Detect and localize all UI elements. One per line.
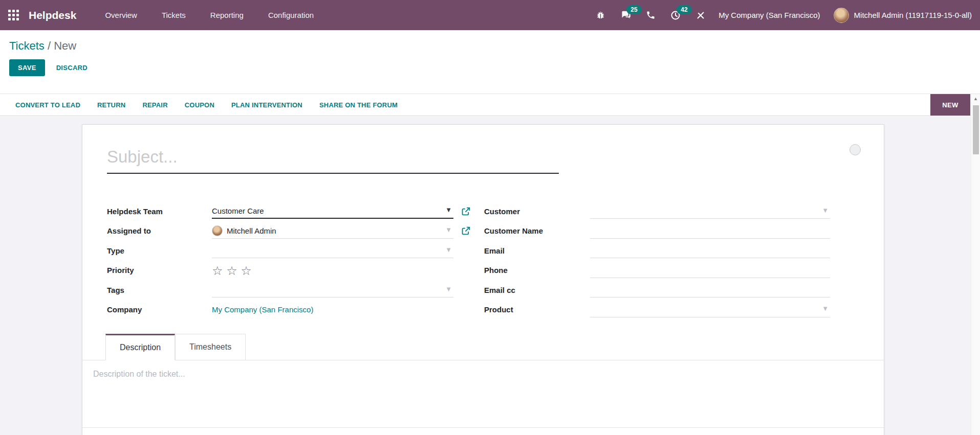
field-phone: Phone	[484, 261, 830, 281]
scrollbar-up-arrow[interactable]: ▲	[971, 94, 980, 103]
description-editor[interactable]: Description of the ticket...	[82, 360, 884, 428]
statusbar: CONVERT TO LEAD RETURN REPAIR COUPON PLA…	[0, 94, 980, 116]
email-label: Email	[484, 246, 590, 255]
phone-input[interactable]	[590, 263, 830, 278]
email-input[interactable]	[590, 243, 830, 258]
top-navbar: Helpdesk Overview Tickets Reporting Conf…	[0, 0, 980, 30]
type-label: Type	[107, 246, 212, 255]
product-dropdown-icon[interactable]: ▼	[822, 306, 829, 312]
share-on-forum-button[interactable]: SHARE ON THE FORUM	[319, 101, 398, 109]
customer-dropdown-icon[interactable]: ▼	[822, 207, 829, 214]
customer-name-label: Customer Name	[484, 226, 590, 235]
discard-button[interactable]: DISCARD	[56, 64, 88, 72]
plan-intervention-button[interactable]: PLAN INTERVENTION	[231, 101, 302, 109]
main-menu: Overview Tickets Reporting Configuration	[104, 1, 315, 30]
assignee-avatar	[212, 225, 223, 236]
fields-right-column: Customer ▼ Customer Name Email Phone	[484, 201, 830, 319]
field-customer-name: Customer Name	[484, 221, 830, 241]
priority-label: Priority	[107, 266, 212, 274]
assigned-to-dropdown-icon[interactable]: ▼	[445, 227, 452, 234]
ticket-form-sheet: Helpdesk Team Customer Care ▼ Ass	[82, 124, 884, 435]
stage-new-badge[interactable]: NEW	[930, 94, 970, 116]
tab-description[interactable]: Description	[105, 334, 175, 360]
email-cc-label: Email cc	[484, 286, 590, 294]
assigned-to-label: Assigned to	[107, 226, 212, 235]
customer-input[interactable]: ▼	[590, 203, 830, 219]
priority-stars[interactable]: ☆ ☆ ☆	[212, 264, 252, 277]
messages-icon[interactable]: 25	[620, 10, 631, 21]
field-email: Email	[484, 241, 830, 261]
tags-label: Tags	[107, 286, 212, 294]
field-email-cc: Email cc	[484, 280, 830, 300]
tags-dropdown-icon[interactable]: ▼	[445, 286, 452, 292]
breadcrumb: Tickets / New	[0, 30, 980, 53]
helpdesk-team-value: Customer Care	[212, 207, 264, 215]
notebook-tabs: Description Timesheets	[82, 334, 884, 360]
coupon-button[interactable]: COUPON	[185, 101, 214, 109]
field-customer: Customer ▼	[484, 201, 830, 221]
company-switcher[interactable]: My Company (San Francisco)	[718, 11, 820, 19]
helpdesk-team-external-link-icon[interactable]	[462, 207, 470, 216]
apps-menu-icon[interactable]	[8, 10, 19, 20]
company-value-link[interactable]: My Company (San Francisco)	[212, 305, 313, 314]
breadcrumb-current: New	[54, 39, 76, 52]
repair-button[interactable]: REPAIR	[142, 101, 167, 109]
phone-icon[interactable]	[645, 10, 656, 21]
form-view-background: Helpdesk Team Customer Care ▼ Ass	[0, 117, 971, 435]
menu-reporting[interactable]: Reporting	[209, 1, 245, 30]
menu-overview[interactable]: Overview	[104, 1, 138, 30]
helpdesk-team-label: Helpdesk Team	[107, 207, 212, 216]
field-product: Product ▼	[484, 300, 830, 320]
messages-count-badge[interactable]: 25	[626, 5, 641, 14]
field-helpdesk-team: Helpdesk Team Customer Care ▼	[107, 201, 475, 221]
save-button[interactable]: SAVE	[9, 59, 45, 76]
menu-tickets[interactable]: Tickets	[161, 1, 187, 30]
activities-count-badge[interactable]: 42	[677, 5, 691, 14]
systray: 25 42	[595, 10, 706, 21]
fields-left-column: Helpdesk Team Customer Care ▼ Ass	[107, 201, 475, 319]
menu-configuration[interactable]: Configuration	[267, 1, 315, 30]
product-input[interactable]: ▼	[590, 302, 830, 317]
company-label: Company	[107, 305, 212, 314]
company-input[interactable]: My Company (San Francisco)	[212, 302, 453, 317]
email-cc-input[interactable]	[590, 282, 830, 297]
subject-field-wrap	[107, 144, 559, 174]
assigned-to-input[interactable]: Mitchell Admin ▼	[212, 223, 453, 239]
vertical-scrollbar[interactable]: ▲	[971, 94, 980, 435]
description-placeholder[interactable]: Description of the ticket...	[93, 370, 855, 421]
control-buttons: SAVE DISCARD	[9, 59, 980, 76]
kanban-state-circle[interactable]	[850, 144, 861, 155]
user-menu[interactable]: Mitchell Admin (11917119-15-0-all)	[854, 11, 972, 19]
type-input[interactable]: ▼	[212, 243, 453, 258]
control-panel: Tickets / New SAVE DISCARD	[0, 30, 980, 94]
field-tags: Tags ▼	[107, 280, 475, 300]
field-type: Type ▼	[107, 241, 475, 261]
field-company: Company My Company (San Francisco)	[107, 300, 475, 320]
assigned-to-external-link-icon[interactable]	[462, 226, 470, 235]
customer-name-input[interactable]	[590, 223, 830, 239]
phone-label: Phone	[484, 266, 590, 274]
breadcrumb-tickets-link[interactable]: Tickets	[9, 39, 45, 52]
type-dropdown-icon[interactable]: ▼	[445, 246, 452, 253]
helpdesk-team-input[interactable]: Customer Care ▼	[212, 203, 453, 219]
convert-to-lead-button[interactable]: CONVERT TO LEAD	[15, 101, 80, 109]
scrollbar-thumb[interactable]	[973, 105, 979, 154]
field-assigned-to: Assigned to Mitchell Admin ▼	[107, 221, 475, 241]
helpdesk-team-dropdown-icon[interactable]: ▼	[445, 207, 452, 214]
return-button[interactable]: RETURN	[97, 101, 125, 109]
assigned-to-value: Mitchell Admin	[227, 226, 276, 235]
tab-timesheets[interactable]: Timesheets	[175, 334, 246, 360]
field-priority: Priority ☆ ☆ ☆	[107, 261, 475, 281]
tags-input[interactable]: ▼	[212, 282, 453, 297]
tools-icon[interactable]	[695, 10, 706, 21]
user-avatar[interactable]	[834, 8, 849, 23]
priority-input: ☆ ☆ ☆	[212, 263, 453, 278]
customer-label: Customer	[484, 207, 590, 216]
breadcrumb-separator: /	[45, 39, 54, 52]
subject-input[interactable]	[107, 144, 559, 174]
product-label: Product	[484, 305, 590, 314]
activities-clock-icon[interactable]: 42	[670, 10, 681, 21]
app-brand[interactable]: Helpdesk	[29, 9, 76, 21]
debug-bug-icon[interactable]	[595, 10, 606, 21]
